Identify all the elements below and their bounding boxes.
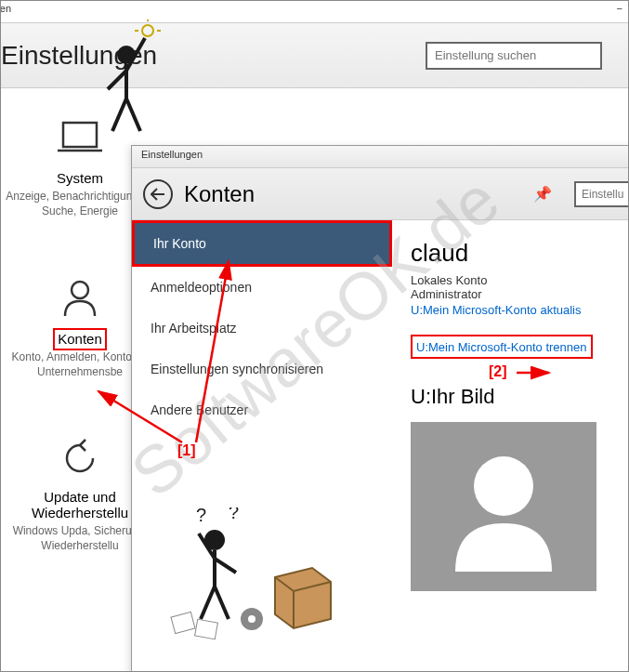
sidebar-item-your-account[interactable]: Ihr Konto	[132, 220, 392, 267]
svg-text:?: ?	[229, 507, 239, 522]
tile-accounts-name: Konten	[53, 328, 107, 350]
annotation-label-2: [2]	[489, 363, 507, 380]
picture-heading: U:Ihr Bild	[411, 385, 629, 409]
svg-line-22	[201, 586, 215, 619]
svg-point-2	[72, 282, 88, 298]
svg-point-27	[248, 615, 256, 623]
avatar-icon	[439, 441, 569, 572]
search-input[interactable]	[426, 42, 602, 70]
main-panel: claud Lokales Konto Administrator U:Mein…	[392, 220, 629, 672]
svg-text:?: ?	[196, 507, 206, 525]
fg-header: Konten 📌	[132, 168, 629, 220]
svg-point-14	[142, 25, 153, 36]
user-role: Administrator	[411, 287, 629, 301]
person-icon	[57, 274, 103, 321]
svg-line-23	[215, 586, 229, 619]
link-disconnect-account[interactable]: U:Mein Microsoft-Konto trennen	[416, 340, 587, 354]
arrow-left-icon	[151, 188, 165, 201]
fg-titlebar: Einstellungen	[132, 146, 629, 168]
minimize-icon[interactable]: −	[617, 3, 622, 20]
svg-point-4	[474, 456, 533, 516]
refresh-icon	[57, 435, 103, 481]
svg-line-10	[108, 71, 126, 89]
svg-rect-28	[171, 612, 195, 633]
fg-header-title: Konten	[184, 181, 522, 207]
user-type: Lokales Konto	[411, 273, 629, 287]
sidebar-item-signin-options[interactable]: Anmeldeoptionen	[132, 267, 392, 308]
highlight-box-disconnect: U:Mein Microsoft-Konto trennen	[411, 335, 593, 359]
back-button[interactable]	[143, 179, 173, 209]
stick-figure-confused-icon: ? ?	[164, 507, 349, 647]
tile-system-name: System	[57, 170, 103, 186]
fg-titlebar-text: Einstellungen	[141, 149, 203, 160]
annotation-label-1: [1]	[177, 442, 196, 459]
user-name: claud	[411, 239, 629, 268]
bg-titlebar-text: lungen	[0, 3, 11, 20]
pin-icon[interactable]: 📌	[533, 185, 552, 203]
svg-line-12	[112, 99, 126, 131]
svg-line-21	[215, 559, 236, 573]
svg-line-13	[126, 99, 140, 131]
fg-search-input[interactable]	[574, 181, 629, 207]
sidebar-item-workplace[interactable]: Ihr Arbeitsplatz	[132, 308, 392, 349]
sidebar-item-other-users[interactable]: Andere Benutzer	[132, 389, 392, 430]
highlight-box: Konten	[53, 328, 107, 350]
link-update-account[interactable]: U:Mein Microsoft-Konto aktualis	[411, 303, 582, 317]
stick-figure-idea-icon	[94, 20, 168, 140]
sidebar-item-sync[interactable]: Einstellungen synchronisieren	[132, 349, 392, 389]
avatar-placeholder[interactable]	[411, 422, 596, 591]
svg-rect-29	[195, 619, 218, 639]
svg-rect-0	[63, 123, 97, 147]
